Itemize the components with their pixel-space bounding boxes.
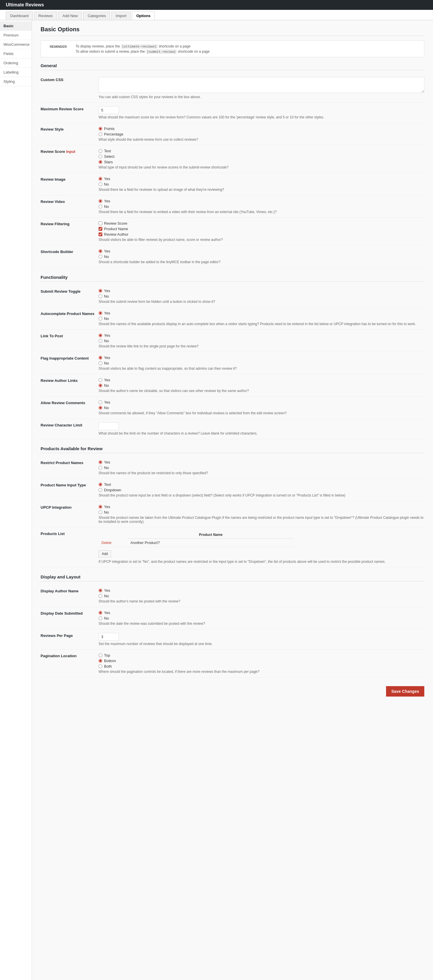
review-image-yes-radio[interactable] (99, 177, 102, 181)
allow-comments-yes-radio[interactable] (99, 400, 102, 404)
pagination-bottom-radio[interactable] (99, 659, 102, 663)
review-style-percentage-radio[interactable] (99, 132, 102, 136)
score-input-text-option[interactable]: Text (99, 149, 424, 153)
flag-inappropriate-desc: Should visitors be able to flag content … (99, 366, 424, 371)
review-video-no-option[interactable]: No (99, 204, 424, 209)
autocomplete-no-option[interactable]: No (99, 317, 424, 321)
flag-no-option[interactable]: No (99, 361, 424, 365)
review-video-yes-option[interactable]: Yes (99, 199, 424, 203)
shortcode-builder-yes-radio[interactable] (99, 249, 102, 253)
allow-comments-yes-option[interactable]: Yes (99, 400, 424, 404)
display-date-yes-option[interactable]: Yes (99, 611, 424, 615)
filtering-author-checkbox[interactable] (99, 232, 102, 236)
review-image-no-option[interactable]: No (99, 182, 424, 186)
sidebar-item-labelling[interactable]: Labelling (0, 68, 32, 77)
shortcode-builder-no-option[interactable]: No (99, 255, 424, 259)
link-to-post-no-option[interactable]: No (99, 339, 424, 343)
nav-tab-reviews[interactable]: Reviews (34, 11, 57, 20)
author-links-yes-radio[interactable] (99, 378, 102, 382)
input-type-text-radio[interactable] (99, 483, 102, 486)
allow-comments-no-option[interactable]: No (99, 406, 424, 410)
display-date-no-option[interactable]: No (99, 616, 424, 620)
score-input-stars-radio[interactable] (99, 160, 102, 164)
sidebar-item-styling[interactable]: Styling (0, 77, 32, 86)
display-author-yes-option[interactable]: Yes (99, 588, 424, 593)
filtering-product-option[interactable]: Product Name (99, 227, 424, 231)
sidebar-item-ordering[interactable]: Ordering (0, 59, 32, 68)
pagination-top-option[interactable]: Top (99, 653, 424, 657)
upcp-yes-option[interactable]: Yes (99, 504, 424, 509)
flag-no-radio[interactable] (99, 361, 102, 365)
flag-yes-radio[interactable] (99, 356, 102, 360)
score-input-stars-option[interactable]: Stars (99, 160, 424, 164)
link-to-post-yes-option[interactable]: Yes (99, 333, 424, 337)
restrict-products-yes-radio[interactable] (99, 460, 102, 464)
autocomplete-yes-radio[interactable] (99, 311, 102, 315)
functionality-section-title: Functionality (41, 275, 424, 282)
input-type-text-option[interactable]: Text (99, 482, 424, 487)
score-input-select-option[interactable]: Select (99, 154, 424, 159)
shortcode-builder-no-radio[interactable] (99, 255, 102, 259)
shortcode-builder-yes-option[interactable]: Yes (99, 249, 424, 253)
restrict-products-yes-option[interactable]: Yes (99, 460, 424, 465)
display-author-no-radio[interactable] (99, 594, 102, 598)
add-product-button[interactable]: Add (99, 550, 111, 557)
submit-toggle-no-radio[interactable] (99, 294, 102, 298)
max-review-score-input[interactable] (99, 106, 119, 114)
input-type-dropdown-radio[interactable] (99, 488, 102, 492)
score-input-text-radio[interactable] (99, 149, 102, 153)
nav-tab-add-new[interactable]: Add New (58, 11, 82, 20)
review-image-yes-option[interactable]: Yes (99, 177, 424, 181)
author-links-no-option[interactable]: No (99, 383, 424, 388)
upcp-no-option[interactable]: No (99, 510, 424, 514)
nav-tab-dashboard[interactable]: Dashboard (6, 11, 33, 20)
pagination-both-option[interactable]: Both (99, 664, 424, 668)
review-style-points-radio[interactable] (99, 127, 102, 130)
allow-comments-no-radio[interactable] (99, 406, 102, 410)
review-video-yes-radio[interactable] (99, 199, 102, 203)
autocomplete-no-radio[interactable] (99, 317, 102, 320)
submit-toggle-yes-option[interactable]: Yes (99, 289, 424, 293)
sidebar-item-premium[interactable]: Premium (0, 31, 32, 40)
upcp-yes-radio[interactable] (99, 505, 102, 509)
filtering-score-checkbox[interactable] (99, 221, 102, 225)
product-delete-link[interactable]: Delete (101, 541, 112, 545)
pagination-bottom-option[interactable]: Bottom (99, 659, 424, 663)
author-links-no-radio[interactable] (99, 383, 102, 387)
link-to-post-no-radio[interactable] (99, 339, 102, 343)
score-input-select-radio[interactable] (99, 154, 102, 158)
autocomplete-yes-option[interactable]: Yes (99, 311, 424, 315)
author-links-yes-option[interactable]: Yes (99, 378, 424, 382)
custom-css-input[interactable] (99, 77, 424, 93)
sidebar-item-fields[interactable]: Fields (0, 49, 32, 59)
nav-tab-options[interactable]: Options (132, 11, 155, 20)
sidebar-item-basic[interactable]: Basic (0, 21, 32, 31)
filtering-product-checkbox[interactable] (99, 227, 102, 231)
review-video-no-radio[interactable] (99, 205, 102, 208)
flag-yes-option[interactable]: Yes (99, 356, 424, 360)
review-image-no-radio[interactable] (99, 182, 102, 186)
review-style-points-option[interactable]: Points (99, 127, 424, 131)
filtering-author-option[interactable]: Review Author (99, 232, 424, 237)
pagination-both-radio[interactable] (99, 665, 102, 668)
filtering-score-option[interactable]: Review Score (99, 221, 424, 226)
submit-toggle-no-option[interactable]: No (99, 294, 424, 299)
display-date-yes-radio[interactable] (99, 611, 102, 615)
pagination-top-radio[interactable] (99, 654, 102, 657)
char-limit-input[interactable] (99, 422, 119, 430)
input-type-dropdown-option[interactable]: Dropdown (99, 488, 424, 492)
display-date-no-radio[interactable] (99, 616, 102, 620)
nav-tab-import[interactable]: Import (111, 11, 131, 20)
submit-toggle-yes-radio[interactable] (99, 289, 102, 293)
reviews-per-page-input[interactable] (99, 633, 119, 641)
display-author-yes-radio[interactable] (99, 589, 102, 592)
sidebar-item-woocommerce[interactable]: WooCommerce (0, 40, 32, 49)
nav-tab-categories[interactable]: Categories (83, 11, 110, 20)
review-style-percentage-option[interactable]: Percentage (99, 132, 424, 136)
restrict-products-no-option[interactable]: No (99, 466, 424, 470)
link-to-post-yes-radio[interactable] (99, 334, 102, 337)
upcp-no-radio[interactable] (99, 511, 102, 514)
save-changes-button[interactable]: Save Changes (386, 686, 424, 697)
display-author-no-option[interactable]: No (99, 594, 424, 598)
restrict-products-no-radio[interactable] (99, 466, 102, 469)
